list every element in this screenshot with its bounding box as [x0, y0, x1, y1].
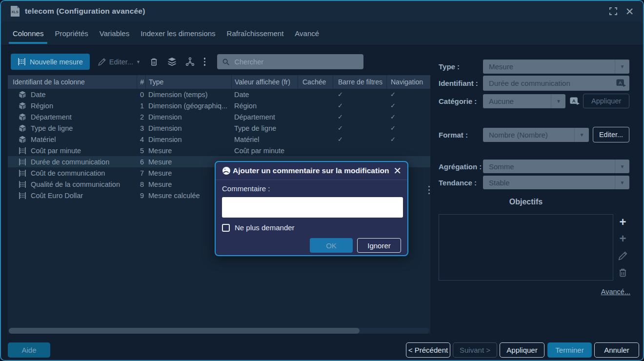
column-identifier: Coût par minute	[31, 147, 81, 155]
type-dropdown[interactable]: Mesure ▼	[483, 60, 629, 74]
more-options-icon[interactable]	[204, 58, 206, 66]
row-type-icon	[19, 102, 26, 110]
edit-label: Editer...	[109, 58, 133, 66]
column-display-value: Matériel	[231, 136, 298, 143]
comment-dialog: Ajouter un commentaire sur la modificati…	[215, 161, 408, 256]
close-icon[interactable]: ✕	[393, 166, 402, 176]
tab-label: Rafraîchissement	[227, 29, 284, 38]
header-type[interactable]: Type	[145, 75, 231, 89]
trend-dropdown[interactable]: Stable ▼	[483, 176, 629, 189]
column-display-value: Département	[231, 113, 298, 121]
dimension-cube-icon	[19, 136, 26, 143]
type-label: Type :	[439, 62, 483, 71]
table-row[interactable]: Matériel 4 Dimension Matériel ✓ ✓	[8, 134, 430, 145]
edit-objective-icon[interactable]	[618, 251, 628, 261]
column-navigation-check: ✓	[386, 113, 430, 120]
ignore-button[interactable]: Ignorer	[357, 238, 401, 253]
search-input[interactable]	[234, 58, 359, 66]
table-row[interactable]: Région 1 Dimension (géographiq... Région…	[8, 100, 430, 111]
column-identifier: Coût Euro Dollar	[31, 192, 83, 200]
content-area: Nouvelle mesure Editer... ▼	[1, 45, 643, 360]
apply-category-button[interactable]: Appliquer	[583, 94, 629, 108]
table-row[interactable]: Type de ligne 3 Dimension Type de ligne …	[8, 122, 430, 134]
tab-propri-t-s[interactable]: Propriétés	[51, 21, 92, 45]
header-index[interactable]: #	[137, 75, 145, 89]
horizontal-scrollbar[interactable]	[9, 328, 429, 334]
comment-dialog-title: Ajouter un commentaire sur la modificati…	[233, 166, 389, 175]
identifier-label: Identifiant :	[439, 79, 483, 87]
edit-button[interactable]: Editer... ▼	[98, 58, 141, 66]
header-display-value[interactable]: Valeur affichée (fr)	[231, 75, 298, 89]
row-type-icon	[19, 180, 26, 188]
dont-ask-checkbox[interactable]	[222, 224, 230, 232]
column-filterbar-check: ✓	[333, 136, 386, 143]
delete-objective-icon[interactable]	[618, 267, 628, 278]
new-measure-button[interactable]: Nouvelle mesure	[11, 54, 90, 70]
tab-variables[interactable]: Variables	[96, 21, 133, 45]
next-button[interactable]: Suivant >	[453, 342, 497, 358]
trend-label: Tendance :	[439, 179, 483, 187]
layers-icon[interactable]	[167, 57, 177, 66]
apply-button[interactable]: Appliquer	[500, 342, 544, 358]
column-identifier: Matériel	[31, 136, 56, 143]
measure-abacus-icon	[18, 58, 26, 66]
columns-toolbar: Nouvelle mesure Editer... ▼	[11, 54, 363, 70]
table-row[interactable]: Département 2 Dimension Département ✓ ✓	[8, 111, 430, 122]
column-navigation-check: ✓	[386, 124, 430, 132]
row-type-icon	[19, 169, 26, 177]
column-navigation-check: ✓	[386, 102, 430, 109]
panel-splitter-handle[interactable]	[428, 186, 430, 194]
translate-icon[interactable]: A	[616, 79, 626, 87]
edit-format-button[interactable]: Editer...	[593, 127, 629, 142]
format-dropdown[interactable]: Nombre (Nombre) ▼	[483, 128, 589, 142]
header-navigation[interactable]: Navigation	[386, 75, 430, 89]
finish-button[interactable]: Terminer	[547, 342, 592, 358]
cancel-button[interactable]: Annuler	[594, 342, 639, 358]
xls-file-icon: XLS	[10, 5, 20, 17]
identifier-input[interactable]	[483, 76, 613, 91]
objectives-title: Objectifs	[439, 198, 613, 206]
data-model-nodes-icon[interactable]	[185, 57, 195, 66]
ok-button[interactable]: OK	[310, 238, 353, 253]
help-button[interactable]: Aide	[8, 342, 50, 358]
aggregation-dropdown[interactable]: Somme ▼	[483, 160, 629, 173]
tab-label: Indexer les dimensions	[141, 29, 215, 38]
column-type: Dimension	[145, 124, 231, 132]
column-identifier: Qualité de la communication	[31, 180, 120, 188]
header-identifiant[interactable]: Identifiant de la colonne	[8, 75, 137, 89]
scrollbar-thumb[interactable]	[9, 328, 360, 334]
config-window: XLS telecom (Configuration avancée) ✕ Co…	[0, 0, 644, 361]
tab-rafra-chissement[interactable]: Rafraîchissement	[223, 21, 288, 45]
column-index: 9	[137, 192, 145, 200]
tab-label: Colonnes	[13, 29, 43, 38]
format-value: Nombre (Nombre)	[483, 131, 574, 139]
comment-input[interactable]	[222, 197, 403, 218]
add-objective-secondary-icon[interactable]: +	[618, 234, 628, 244]
table-row[interactable]: Coût par minute 5 Mesure Coût par minute	[8, 145, 430, 156]
maximize-icon[interactable]	[608, 7, 618, 16]
column-index: 6	[137, 158, 145, 166]
header-filterbar[interactable]: Barre de filtres	[333, 75, 386, 89]
table-row[interactable]: Date 0 Dimension (temps) Date ✓ ✓	[8, 89, 430, 100]
tab-colonnes[interactable]: Colonnes	[9, 21, 47, 45]
search-box	[217, 54, 363, 69]
column-filterbar-check: ✓	[333, 113, 386, 120]
delete-column-icon[interactable]	[149, 57, 159, 66]
translate-icon[interactable]: A	[569, 97, 580, 105]
column-type: Dimension (géographiq...	[145, 102, 231, 110]
column-index: 4	[137, 136, 145, 143]
add-objective-icon[interactable]: +	[618, 217, 628, 227]
category-dropdown[interactable]: Aucune ▼	[483, 94, 565, 108]
header-hidden[interactable]: Cachée	[298, 75, 333, 89]
previous-button[interactable]: < Précédent	[406, 342, 450, 358]
table-header: Identifiant de la colonne # Type Valeur …	[8, 75, 430, 89]
objectives-list[interactable]	[439, 214, 613, 281]
column-type: Dimension (temps)	[145, 91, 231, 99]
tab-indexer-les-dimensions[interactable]: Indexer les dimensions	[137, 21, 219, 45]
chevron-down-icon[interactable]: ▼	[136, 60, 141, 64]
close-icon[interactable]: ✕	[625, 7, 634, 16]
column-identifier: Date	[31, 91, 46, 99]
advanced-link[interactable]: Avancé...	[564, 288, 630, 296]
tab-label: Avancé	[295, 29, 319, 38]
tab-avanc-[interactable]: Avancé	[291, 21, 323, 45]
